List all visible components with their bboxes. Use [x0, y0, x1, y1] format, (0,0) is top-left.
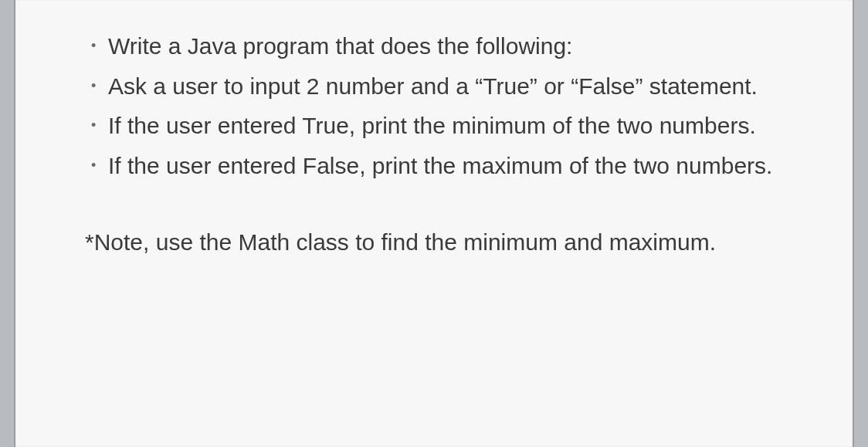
note-text: *Note, use the Math class to find the mi…	[85, 225, 783, 259]
bullet-item: Write a Java program that does the follo…	[85, 29, 783, 63]
document-page: Write a Java program that does the follo…	[14, 0, 854, 447]
bullet-item: Ask a user to input 2 number and a “True…	[85, 69, 783, 103]
bullet-list: Write a Java program that does the follo…	[85, 29, 783, 182]
viewer-frame: Write a Java program that does the follo…	[0, 0, 868, 447]
bullet-item: If the user entered False, print the max…	[85, 149, 783, 183]
bullet-item: If the user entered True, print the mini…	[85, 109, 783, 143]
